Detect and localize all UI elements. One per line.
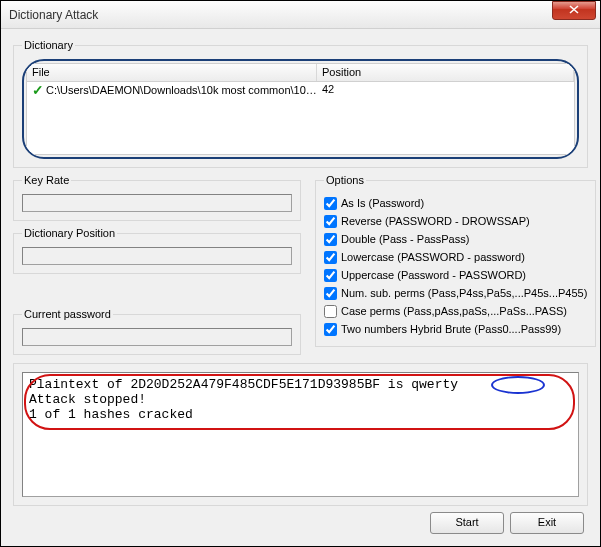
- option-checkbox[interactable]: [324, 197, 337, 210]
- output-group: Plaintext of 2D20D252A479F485CDF5E171D93…: [13, 363, 588, 506]
- dictionary-highlight: File Position ✓C:\Users\DAEMON\Downloads…: [22, 59, 579, 159]
- exit-button[interactable]: Exit: [510, 512, 584, 534]
- option-checkbox[interactable]: [324, 323, 337, 336]
- option-label: As Is (Password): [341, 194, 424, 212]
- option-checkbox[interactable]: [324, 269, 337, 282]
- option-checkbox[interactable]: [324, 215, 337, 228]
- option-label: Num. sub. perms (Pass,P4ss,Pa5s,...P45s.…: [341, 284, 587, 302]
- column-position[interactable]: Position: [317, 64, 574, 81]
- cell-position: 42: [317, 82, 574, 98]
- option-checkbox[interactable]: [324, 233, 337, 246]
- table-row[interactable]: ✓C:\Users\DAEMON\Downloads\10k most comm…: [27, 82, 574, 98]
- curpwd-group: Current password: [13, 308, 301, 355]
- option-label: Double (Pass - PassPass): [341, 230, 469, 248]
- option-item[interactable]: Uppercase (Password - PASSWORD): [324, 266, 587, 284]
- option-item[interactable]: Two numbers Hybrid Brute (Pass0....Pass9…: [324, 320, 587, 338]
- keyrate-legend: Key Rate: [22, 174, 71, 186]
- option-label: Uppercase (Password - PASSWORD): [341, 266, 526, 284]
- window-title: Dictionary Attack: [9, 8, 552, 22]
- option-label: Case perms (Pass,pAss,paSs,...PaSs...PAS…: [341, 302, 567, 320]
- window: Dictionary Attack Dictionary File Positi…: [0, 0, 601, 547]
- option-checkbox[interactable]: [324, 287, 337, 300]
- option-item[interactable]: Reverse (PASSWORD - DROWSSAP): [324, 212, 587, 230]
- keyrate-field: [22, 194, 292, 212]
- option-label: Reverse (PASSWORD - DROWSSAP): [341, 212, 530, 230]
- check-icon: ✓: [32, 83, 46, 98]
- dictionary-table[interactable]: File Position ✓C:\Users\DAEMON\Downloads…: [26, 63, 575, 155]
- options-group: Options As Is (Password)Reverse (PASSWOR…: [315, 174, 596, 347]
- dictpos-group: Dictionary Position: [13, 227, 301, 274]
- curpwd-field: [22, 328, 292, 346]
- option-item[interactable]: Case perms (Pass,pAss,paSs,...PaSs...PAS…: [324, 302, 587, 320]
- option-checkbox[interactable]: [324, 305, 337, 318]
- dictpos-legend: Dictionary Position: [22, 227, 117, 239]
- curpwd-legend: Current password: [22, 308, 113, 320]
- keyrate-group: Key Rate: [13, 174, 301, 221]
- dictionary-group: Dictionary File Position ✓C:\Users\DAEMO…: [13, 39, 588, 168]
- option-item[interactable]: Double (Pass - PassPass): [324, 230, 587, 248]
- cell-file: ✓C:\Users\DAEMON\Downloads\10k most comm…: [27, 82, 317, 98]
- options-legend: Options: [324, 174, 366, 186]
- dictpos-field: [22, 247, 292, 265]
- dictionary-legend: Dictionary: [22, 39, 75, 51]
- output-textarea[interactable]: Plaintext of 2D20D252A479F485CDF5E171D93…: [22, 372, 579, 497]
- option-item[interactable]: Lowercase (PASSWORD - password): [324, 248, 587, 266]
- close-button[interactable]: [552, 1, 596, 20]
- dictionary-header: File Position: [27, 64, 574, 82]
- close-icon: [569, 5, 579, 14]
- start-button[interactable]: Start: [430, 512, 504, 534]
- option-checkbox[interactable]: [324, 251, 337, 264]
- option-item[interactable]: As Is (Password): [324, 194, 587, 212]
- option-label: Two numbers Hybrid Brute (Pass0....Pass9…: [341, 320, 561, 338]
- button-bar: Start Exit: [13, 510, 588, 536]
- option-item[interactable]: Num. sub. perms (Pass,P4ss,Pa5s,...P45s.…: [324, 284, 587, 302]
- titlebar: Dictionary Attack: [1, 1, 600, 29]
- client-area: Dictionary File Position ✓C:\Users\DAEMO…: [1, 29, 600, 546]
- column-file[interactable]: File: [27, 64, 317, 81]
- option-label: Lowercase (PASSWORD - password): [341, 248, 525, 266]
